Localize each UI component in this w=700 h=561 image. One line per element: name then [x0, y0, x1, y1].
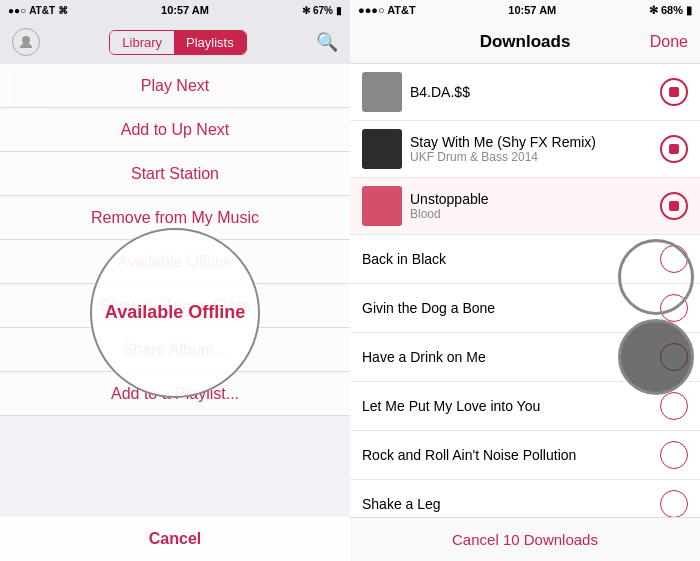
large-circles-overlay: [618, 239, 694, 395]
nav-bar-left: Library Playlists 🔍: [0, 20, 350, 64]
stop-icon: [669, 87, 679, 97]
available-offline-label: Available Offline: [105, 302, 245, 323]
profile-icon[interactable]: [12, 28, 40, 56]
large-circle-top: [618, 239, 694, 315]
item-title-stay: Stay With Me (Shy FX Remix): [410, 134, 652, 150]
carrier-left: ●●○ AT&T ⌘: [8, 5, 68, 16]
queue-item-label-back: Back in Black: [362, 251, 652, 267]
status-bar-left: ●●○ AT&T ⌘ 10:57 AM ✻ 67% ▮: [0, 0, 350, 20]
item-thumbnail-unstoppable: [362, 186, 402, 226]
library-playlists-segmented: Library Playlists: [109, 30, 246, 55]
battery-left: ✻ 67% ▮: [302, 5, 342, 16]
add-up-next-item[interactable]: Add to Up Next: [0, 108, 350, 152]
left-panel: ●●○ AT&T ⌘ 10:57 AM ✻ 67% ▮ Library Play…: [0, 0, 350, 561]
stop-indicator-stay[interactable]: [660, 135, 688, 163]
downloads-list: B4.DA.$$ Stay With Me (Shy FX Remix) UKF…: [350, 64, 700, 517]
signal-icon: ●●○: [8, 5, 26, 16]
carrier-text-right: AT&T: [387, 4, 416, 16]
time-left: 10:57 AM: [68, 4, 302, 16]
done-button[interactable]: Done: [650, 33, 688, 51]
stop-icon-unstoppable: [669, 201, 679, 211]
queue-item-shake-leg[interactable]: Shake a Leg: [350, 480, 700, 517]
queue-item-label-shake: Shake a Leg: [362, 496, 652, 512]
nav-bar-right: Downloads Done: [350, 20, 700, 64]
stop-indicator-b4da[interactable]: [660, 78, 688, 106]
nav-inner: Downloads Done: [362, 33, 688, 51]
download-item-unstoppable[interactable]: Unstoppable Blood: [350, 178, 700, 235]
download-circle-rock[interactable]: [660, 441, 688, 469]
item-title-unstoppable: Unstoppable: [410, 191, 652, 207]
item-title-b4da: B4.DA.$$: [410, 84, 652, 100]
play-next-item[interactable]: Play Next: [0, 64, 350, 108]
status-bar-right: ●●●○ AT&T 10:57 AM ✻ 68% ▮: [350, 0, 700, 20]
queue-item-rock-roll[interactable]: Rock and Roll Ain't Noise Pollution: [350, 431, 700, 480]
battery-icon: ▮: [336, 5, 342, 16]
battery-text-right: 68%: [661, 4, 683, 16]
battery-text: 67%: [313, 5, 333, 16]
cancel-button[interactable]: Cancel: [0, 517, 350, 561]
large-circle-bottom: [618, 319, 694, 395]
stop-icon-stay: [669, 144, 679, 154]
download-item-stay[interactable]: Stay With Me (Shy FX Remix) UKF Drum & B…: [350, 121, 700, 178]
available-offline-overlay: Available Offline: [90, 228, 260, 398]
battery-icon-right: ▮: [686, 4, 692, 16]
cancel-downloads-button[interactable]: Cancel 10 Downloads: [350, 517, 700, 561]
battery-right: ✻ 68% ▮: [649, 4, 692, 17]
download-circle-let[interactable]: [660, 392, 688, 420]
time-right: 10:57 AM: [508, 4, 556, 16]
carrier-right: ●●●○ AT&T: [358, 4, 416, 16]
item-text-b4da: B4.DA.$$: [410, 84, 652, 100]
item-thumbnail-stay: [362, 129, 402, 169]
cancel-downloads-label: Cancel 10 Downloads: [452, 531, 598, 548]
stop-indicator-unstoppable[interactable]: [660, 192, 688, 220]
download-circle-shake[interactable]: [660, 490, 688, 517]
carrier-text: AT&T: [29, 5, 55, 16]
bluetooth-icon-right: ✻: [649, 4, 658, 16]
queue-item-label-drink: Have a Drink on Me: [362, 349, 652, 365]
item-text-stay: Stay With Me (Shy FX Remix) UKF Drum & B…: [410, 134, 652, 164]
page-title: Downloads: [480, 32, 571, 52]
bluetooth-icon: ✻: [302, 5, 310, 16]
right-panel: ●●●○ AT&T 10:57 AM ✻ 68% ▮ Downloads Don…: [350, 0, 700, 561]
signal-icon-right: ●●●○: [358, 4, 385, 16]
wifi-icon: ⌘: [58, 5, 68, 16]
item-thumbnail-b4da: [362, 72, 402, 112]
context-menu: Play Next Add to Up Next Start Station R…: [0, 64, 350, 561]
queue-item-label-let: Let Me Put My Love into You: [362, 398, 652, 414]
item-subtitle-unstoppable: Blood: [410, 207, 652, 221]
queue-item-label-givin: Givin the Dog a Bone: [362, 300, 652, 316]
queue-section: Back in Black Givin the Dog a Bone Have …: [350, 235, 700, 517]
search-icon[interactable]: 🔍: [316, 31, 338, 53]
item-subtitle-stay: UKF Drum & Bass 2014: [410, 150, 652, 164]
playlists-tab[interactable]: Playlists: [174, 31, 246, 54]
item-text-unstoppable: Unstoppable Blood: [410, 191, 652, 221]
queue-item-label-rock: Rock and Roll Ain't Noise Pollution: [362, 447, 652, 463]
library-tab[interactable]: Library: [110, 31, 174, 54]
download-item-b4da[interactable]: B4.DA.$$: [350, 64, 700, 121]
start-station-item[interactable]: Start Station: [0, 152, 350, 196]
svg-point-0: [22, 36, 30, 44]
